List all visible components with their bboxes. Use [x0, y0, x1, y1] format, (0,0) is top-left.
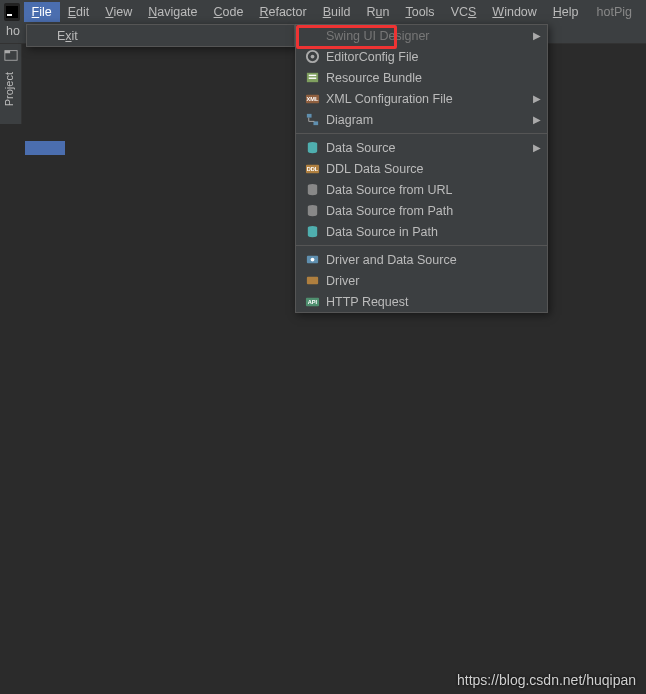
menu-item-label: Diagram [326, 113, 527, 127]
svg-rect-21 [306, 277, 317, 285]
menu-navigate[interactable]: Navigate [140, 2, 205, 22]
menu-item-label: Driver and Data Source [326, 253, 527, 267]
new-menu-swing-ui-designer[interactable]: Swing UI Designer▶ [296, 25, 547, 46]
editorconfig-icon [304, 49, 320, 65]
svg-point-20 [310, 258, 314, 262]
menu-help[interactable]: Help [545, 2, 587, 22]
svg-text:API: API [307, 299, 317, 305]
blank-icon [304, 28, 320, 44]
svg-point-5 [310, 55, 314, 59]
svg-text:XML: XML [306, 96, 318, 102]
driver-icon [304, 273, 320, 289]
menu-item-label: Driver [326, 274, 527, 288]
app-logo-icon [4, 3, 20, 21]
new-menu-ddl-data-source[interactable]: DDLDDL Data Source [296, 158, 547, 179]
menu-item-label: HTTP Request [326, 295, 527, 309]
editor-tab-stub [25, 141, 65, 155]
menu-bar: FileEditViewNavigateCodeRefactorBuildRun… [0, 0, 646, 24]
menu-item-label: Data Source from URL [326, 183, 527, 197]
menu-vcs[interactable]: VCS [443, 2, 485, 22]
menu-item-label: Data Source from Path [326, 204, 527, 218]
new-menu-resource-bundle[interactable]: Resource Bundle [296, 67, 547, 88]
menu-run[interactable]: Run [359, 2, 398, 22]
dbin-icon [304, 224, 320, 240]
svg-rect-8 [308, 78, 316, 79]
tool-window-label: Project [0, 66, 18, 112]
file-menu-dropdown: Exit [26, 24, 295, 47]
project-name: hotPig [587, 5, 642, 19]
new-menu-editorconfig-file[interactable]: EditorConfig File [296, 46, 547, 67]
svg-rect-12 [313, 121, 318, 125]
new-menu-xml-configuration-file[interactable]: XMLXML Configuration File▶ [296, 88, 547, 109]
dburl-icon [304, 182, 320, 198]
menu-edit[interactable]: Edit [60, 2, 98, 22]
menu-item-label: Exit [57, 29, 274, 43]
menu-item-label: Resource Bundle [326, 71, 527, 85]
db-icon [304, 140, 320, 156]
menu-separator [296, 133, 547, 134]
new-menu-data-source-from-url[interactable]: Data Source from URL [296, 179, 547, 200]
new-menu-diagram[interactable]: Diagram▶ [296, 109, 547, 130]
menu-code[interactable]: Code [206, 2, 252, 22]
http-icon: API [304, 294, 320, 310]
tool-window-project[interactable]: Project [0, 44, 22, 124]
menu-file[interactable]: File [24, 2, 60, 22]
new-menu-data-source[interactable]: Data Source▶ [296, 137, 547, 158]
menu-item-label: Data Source in Path [326, 225, 527, 239]
new-submenu: Swing UI Designer▶EditorConfig FileResou… [295, 24, 548, 313]
menu-build[interactable]: Build [315, 2, 359, 22]
menu-tools[interactable]: Tools [397, 2, 442, 22]
xml-icon: XML [304, 91, 320, 107]
diagram-icon [304, 112, 320, 128]
submenu-arrow-icon: ▶ [533, 142, 541, 153]
ddl-icon: DDL [304, 161, 320, 177]
menu-item-label: XML Configuration File [326, 92, 527, 106]
menu-item-label: DDL Data Source [326, 162, 527, 176]
new-menu-data-source-from-path[interactable]: Data Source from Path [296, 200, 547, 221]
menu-view[interactable]: View [97, 2, 140, 22]
svg-rect-11 [306, 114, 311, 118]
file-menu-exit[interactable]: Exit [27, 25, 294, 46]
watermark-text: https://blog.csdn.net/huqipan [457, 672, 636, 688]
menu-item-label: Swing UI Designer [326, 29, 527, 43]
new-menu-data-source-in-path[interactable]: Data Source in Path [296, 221, 547, 242]
svg-text:DDL: DDL [306, 166, 318, 172]
new-menu-http-request[interactable]: APIHTTP Request [296, 291, 547, 312]
bundle-icon [304, 70, 320, 86]
menu-window[interactable]: Window [484, 2, 544, 22]
svg-rect-0 [6, 6, 18, 18]
menu-separator [296, 245, 547, 246]
svg-rect-3 [4, 51, 9, 54]
submenu-arrow-icon: ▶ [533, 93, 541, 104]
submenu-arrow-icon: ▶ [533, 30, 541, 41]
menu-item-label: EditorConfig File [326, 50, 527, 64]
svg-rect-1 [7, 14, 12, 16]
driverds-icon [304, 252, 320, 268]
menu-item-label: Data Source [326, 141, 527, 155]
new-menu-driver-and-data-source[interactable]: Driver and Data Source [296, 249, 547, 270]
project-icon [4, 48, 18, 62]
svg-rect-7 [308, 75, 316, 76]
blank-icon [35, 28, 51, 44]
menu-refactor[interactable]: Refactor [251, 2, 314, 22]
submenu-arrow-icon: ▶ [533, 114, 541, 125]
dbpath-icon [304, 203, 320, 219]
new-menu-driver[interactable]: Driver [296, 270, 547, 291]
